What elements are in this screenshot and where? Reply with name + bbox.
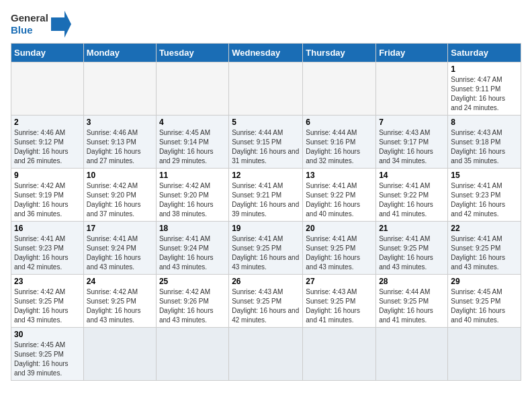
day-number: 20 <box>306 224 373 233</box>
logo-triangle-icon <box>51 11 71 38</box>
day-header-sunday: Sunday <box>11 44 84 62</box>
calendar-cell: 5Sunrise: 4:44 AM Sunset: 9:15 PM Daylig… <box>229 116 303 169</box>
calendar-cell: 12Sunrise: 4:41 AM Sunset: 9:21 PM Dayli… <box>229 169 303 222</box>
day-info: Sunrise: 4:43 AM Sunset: 9:25 PM Dayligh… <box>306 287 373 325</box>
day-number: 19 <box>232 224 300 233</box>
calendar-cell: 27Sunrise: 4:43 AM Sunset: 9:25 PM Dayli… <box>303 275 376 328</box>
day-info: Sunrise: 4:43 AM Sunset: 9:18 PM Dayligh… <box>451 128 518 166</box>
calendar-cell: 25Sunrise: 4:42 AM Sunset: 9:26 PM Dayli… <box>156 275 228 328</box>
calendar-cell <box>376 328 448 381</box>
day-info: Sunrise: 4:41 AM Sunset: 9:25 PM Dayligh… <box>306 234 373 272</box>
day-info: Sunrise: 4:46 AM Sunset: 9:12 PM Dayligh… <box>14 128 81 166</box>
calendar-cell: 29Sunrise: 4:45 AM Sunset: 9:25 PM Dayli… <box>448 275 521 328</box>
calendar-cell <box>11 62 84 116</box>
day-number: 5 <box>232 118 300 127</box>
logo: General Blue <box>11 11 71 38</box>
day-header-wednesday: Wednesday <box>229 44 303 62</box>
calendar-cell: 9Sunrise: 4:42 AM Sunset: 9:19 PM Daylig… <box>11 169 84 222</box>
day-number: 26 <box>232 277 300 286</box>
day-info: Sunrise: 4:44 AM Sunset: 9:16 PM Dayligh… <box>306 128 373 166</box>
calendar-cell: 11Sunrise: 4:42 AM Sunset: 9:20 PM Dayli… <box>156 169 228 222</box>
day-info: Sunrise: 4:41 AM Sunset: 9:24 PM Dayligh… <box>159 234 226 272</box>
day-number: 17 <box>87 224 153 233</box>
day-number: 11 <box>159 171 226 180</box>
calendar-cell: 22Sunrise: 4:41 AM Sunset: 9:25 PM Dayli… <box>448 222 521 275</box>
calendar-cell: 19Sunrise: 4:41 AM Sunset: 9:25 PM Dayli… <box>229 222 303 275</box>
day-number: 30 <box>14 330 81 339</box>
calendar-cell <box>229 328 303 381</box>
day-number: 10 <box>87 171 153 180</box>
day-info: Sunrise: 4:43 AM Sunset: 9:25 PM Dayligh… <box>232 287 300 325</box>
day-header-monday: Monday <box>83 44 156 62</box>
calendar-cell <box>156 328 228 381</box>
calendar-cell <box>83 328 156 381</box>
day-number: 28 <box>379 277 445 286</box>
days-header-row: SundayMondayTuesdayWednesdayThursdayFrid… <box>11 44 521 62</box>
day-info: Sunrise: 4:42 AM Sunset: 9:20 PM Dayligh… <box>87 181 153 219</box>
day-info: Sunrise: 4:41 AM Sunset: 9:23 PM Dayligh… <box>451 181 518 219</box>
calendar-cell: 26Sunrise: 4:43 AM Sunset: 9:25 PM Dayli… <box>229 275 303 328</box>
day-info: Sunrise: 4:42 AM Sunset: 9:26 PM Dayligh… <box>159 287 226 325</box>
day-number: 18 <box>159 224 226 233</box>
calendar-week-row: 30Sunrise: 4:45 AM Sunset: 9:25 PM Dayli… <box>11 328 521 381</box>
day-info: Sunrise: 4:44 AM Sunset: 9:25 PM Dayligh… <box>379 287 445 325</box>
day-info: Sunrise: 4:41 AM Sunset: 9:22 PM Dayligh… <box>306 181 373 219</box>
day-header-thursday: Thursday <box>303 44 376 62</box>
day-number: 24 <box>87 277 153 286</box>
day-number: 9 <box>14 171 81 180</box>
day-number: 13 <box>306 171 373 180</box>
calendar-cell: 1Sunrise: 4:47 AM Sunset: 9:11 PM Daylig… <box>448 62 521 116</box>
calendar-cell <box>83 62 156 116</box>
day-info: Sunrise: 4:42 AM Sunset: 9:19 PM Dayligh… <box>14 181 81 219</box>
calendar-cell <box>303 328 376 381</box>
calendar-cell: 10Sunrise: 4:42 AM Sunset: 9:20 PM Dayli… <box>83 169 156 222</box>
logo-text: General Blue <box>11 12 48 36</box>
calendar-week-row: 16Sunrise: 4:41 AM Sunset: 9:23 PM Dayli… <box>11 222 521 275</box>
calendar-cell: 30Sunrise: 4:45 AM Sunset: 9:25 PM Dayli… <box>11 328 84 381</box>
calendar-week-row: 1Sunrise: 4:47 AM Sunset: 9:11 PM Daylig… <box>11 62 521 116</box>
day-info: Sunrise: 4:46 AM Sunset: 9:13 PM Dayligh… <box>87 128 153 166</box>
day-number: 3 <box>87 118 153 127</box>
day-number: 22 <box>451 224 518 233</box>
day-number: 6 <box>306 118 373 127</box>
calendar-cell: 7Sunrise: 4:43 AM Sunset: 9:17 PM Daylig… <box>376 116 448 169</box>
day-info: Sunrise: 4:41 AM Sunset: 9:25 PM Dayligh… <box>379 234 445 272</box>
calendar-cell: 20Sunrise: 4:41 AM Sunset: 9:25 PM Dayli… <box>303 222 376 275</box>
day-info: Sunrise: 4:45 AM Sunset: 9:25 PM Dayligh… <box>14 340 81 378</box>
day-number: 1 <box>451 64 518 74</box>
day-number: 25 <box>159 277 226 286</box>
calendar-cell <box>448 328 521 381</box>
calendar-cell: 4Sunrise: 4:45 AM Sunset: 9:14 PM Daylig… <box>156 116 228 169</box>
calendar-week-row: 2Sunrise: 4:46 AM Sunset: 9:12 PM Daylig… <box>11 116 521 169</box>
calendar-cell: 28Sunrise: 4:44 AM Sunset: 9:25 PM Dayli… <box>376 275 448 328</box>
calendar-week-row: 23Sunrise: 4:42 AM Sunset: 9:25 PM Dayli… <box>11 275 521 328</box>
day-number: 23 <box>14 277 81 286</box>
day-number: 29 <box>451 277 518 286</box>
calendar-cell: 15Sunrise: 4:41 AM Sunset: 9:23 PM Dayli… <box>448 169 521 222</box>
day-info: Sunrise: 4:42 AM Sunset: 9:25 PM Dayligh… <box>14 287 81 325</box>
calendar-table: SundayMondayTuesdayWednesdayThursdayFrid… <box>11 43 521 381</box>
day-info: Sunrise: 4:41 AM Sunset: 9:23 PM Dayligh… <box>14 234 81 272</box>
calendar-cell: 17Sunrise: 4:41 AM Sunset: 9:24 PM Dayli… <box>83 222 156 275</box>
calendar-cell: 13Sunrise: 4:41 AM Sunset: 9:22 PM Dayli… <box>303 169 376 222</box>
svg-marker-0 <box>51 11 71 38</box>
calendar-week-row: 9Sunrise: 4:42 AM Sunset: 9:19 PM Daylig… <box>11 169 521 222</box>
day-info: Sunrise: 4:41 AM Sunset: 9:25 PM Dayligh… <box>232 234 300 272</box>
day-info: Sunrise: 4:47 AM Sunset: 9:11 PM Dayligh… <box>451 75 518 113</box>
day-info: Sunrise: 4:42 AM Sunset: 9:25 PM Dayligh… <box>87 287 153 325</box>
day-number: 8 <box>451 118 518 127</box>
calendar-cell: 3Sunrise: 4:46 AM Sunset: 9:13 PM Daylig… <box>83 116 156 169</box>
day-number: 15 <box>451 171 518 180</box>
day-info: Sunrise: 4:41 AM Sunset: 9:22 PM Dayligh… <box>379 181 445 219</box>
day-info: Sunrise: 4:44 AM Sunset: 9:15 PM Dayligh… <box>232 128 300 166</box>
calendar-cell: 24Sunrise: 4:42 AM Sunset: 9:25 PM Dayli… <box>83 275 156 328</box>
day-number: 7 <box>379 118 445 127</box>
day-info: Sunrise: 4:41 AM Sunset: 9:24 PM Dayligh… <box>87 234 153 272</box>
calendar-cell <box>303 62 376 116</box>
day-number: 2 <box>14 118 81 127</box>
calendar-cell: 8Sunrise: 4:43 AM Sunset: 9:18 PM Daylig… <box>448 116 521 169</box>
calendar-cell: 21Sunrise: 4:41 AM Sunset: 9:25 PM Dayli… <box>376 222 448 275</box>
calendar-cell: 6Sunrise: 4:44 AM Sunset: 9:16 PM Daylig… <box>303 116 376 169</box>
day-info: Sunrise: 4:41 AM Sunset: 9:25 PM Dayligh… <box>451 234 518 272</box>
calendar-cell: 16Sunrise: 4:41 AM Sunset: 9:23 PM Dayli… <box>11 222 84 275</box>
